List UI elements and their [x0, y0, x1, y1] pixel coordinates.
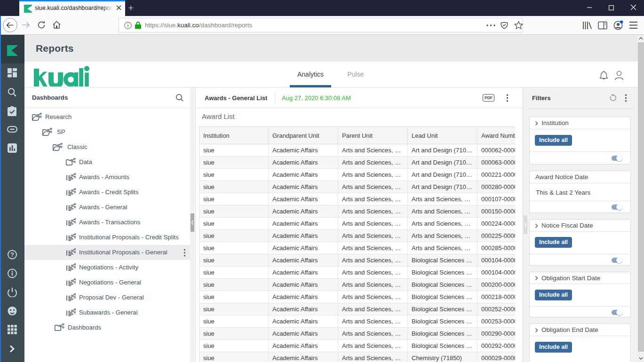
svg-text:?: ?: [10, 251, 14, 258]
